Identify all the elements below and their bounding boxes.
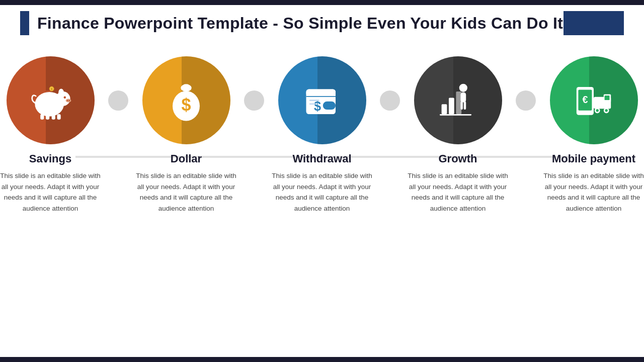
svg-rect-13 — [57, 114, 61, 120]
svg-rect-30 — [449, 98, 454, 114]
card-dollar: $ Dollar This slide is an editable slide… — [128, 56, 244, 214]
svg-rect-21 — [323, 101, 336, 109]
svg-rect-11 — [46, 115, 49, 119]
svg-text:€: € — [582, 94, 588, 105]
mobile-payment-title: Mobile payment — [552, 152, 635, 165]
header: Finance Powerpoint Template - So Simple … — [0, 5, 644, 41]
chart-person-icon — [435, 78, 480, 123]
withdrawal-title: Withdrawal — [292, 152, 351, 165]
withdrawal-text: This slide is an editable slide with all… — [272, 170, 372, 214]
svg-rect-28 — [464, 101, 466, 109]
dollar-title: Dollar — [171, 152, 202, 165]
svg-point-6 — [68, 100, 70, 101]
svg-text:$: $ — [51, 87, 52, 90]
svg-point-40 — [596, 109, 599, 112]
svg-rect-31 — [456, 92, 461, 114]
svg-rect-10 — [40, 114, 44, 120]
svg-text:$: $ — [181, 95, 191, 114]
svg-rect-15 — [184, 84, 189, 88]
svg-point-35 — [584, 111, 586, 114]
svg-point-5 — [67, 100, 68, 101]
mobile-pay-icon: € — [571, 78, 616, 123]
svg-point-42 — [605, 109, 608, 112]
money-bag-icon: $ — [164, 78, 209, 123]
withdrawal-icon-circle: $ — [278, 56, 366, 144]
header-right-accent — [564, 11, 624, 35]
svg-point-4 — [66, 99, 71, 102]
svg-text:$: $ — [314, 99, 321, 113]
growth-title: Growth — [439, 152, 477, 165]
card-withdrawal: $ Withdrawal This slide is an editable s… — [264, 56, 380, 214]
svg-rect-19 — [306, 89, 336, 96]
dollar-icon-circle: $ — [142, 56, 230, 144]
cards-row: $ Savings This slide is an editable slid… — [20, 56, 624, 214]
card-growth: Growth This slide is an editable slide w… — [400, 56, 516, 214]
card-mobile-payment: € Mobile payment This slide is an editab… — [536, 56, 644, 214]
growth-icon-circle — [414, 56, 502, 144]
svg-rect-32 — [440, 114, 471, 116]
main-content: $ Savings This slide is an editable slid… — [0, 41, 644, 224]
svg-rect-29 — [442, 104, 447, 114]
header-left-accent — [20, 11, 29, 35]
card-savings: $ Savings This slide is an editable slid… — [0, 56, 108, 214]
svg-rect-23 — [309, 100, 319, 101]
svg-point-2 — [58, 88, 64, 96]
connector-dot-2 — [244, 90, 264, 111]
svg-rect-43 — [605, 96, 610, 100]
savings-text: This slide is an editable slide with all… — [0, 170, 101, 214]
page-title: Finance Powerpoint Template - So Simple … — [37, 14, 563, 33]
savings-title: Savings — [29, 152, 71, 165]
mobile-payment-icon-circle: € — [550, 56, 638, 144]
bottom-bar — [0, 357, 644, 362]
connector-dot-1 — [108, 90, 128, 111]
connector-dot-3 — [380, 90, 400, 111]
savings-icon-circle: $ — [7, 56, 95, 144]
piggy-bank-icon: $ — [28, 78, 73, 123]
dollar-text: This slide is an editable slide with all… — [136, 170, 236, 214]
svg-rect-12 — [52, 115, 55, 119]
wallet-icon: $ — [299, 78, 345, 123]
svg-point-25 — [459, 83, 467, 92]
top-bar — [0, 0, 644, 5]
svg-rect-24 — [309, 103, 316, 105]
svg-point-3 — [64, 96, 66, 99]
mobile-payment-text: This slide is an editable slide with all… — [543, 170, 644, 214]
growth-text: This slide is an editable slide with all… — [408, 170, 508, 214]
connector-dot-4 — [516, 90, 536, 111]
